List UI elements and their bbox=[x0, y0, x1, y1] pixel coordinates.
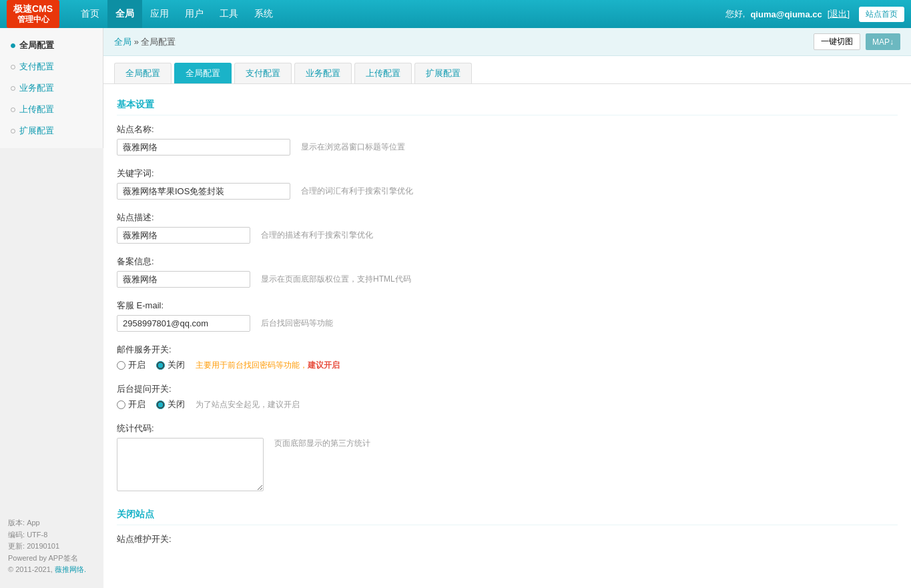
keywords-group: 关键字词: 合理的词汇有利于搜索引擎优化 bbox=[117, 168, 898, 200]
tab-bar: 全局配置 全局配置 支付配置 业务配置 上传配置 扩展配置 bbox=[103, 56, 911, 84]
sidebar-item-extension[interactable]: 扩展配置 bbox=[0, 120, 103, 141]
basic-settings-title: 基本设置 bbox=[117, 95, 898, 115]
logo: 极速CMS 管理中心 bbox=[7, 0, 59, 28]
mail-service-label: 邮件服务开关: bbox=[117, 344, 898, 356]
top-right: 您好, qiuma@qiuma.cc [退出] 站点首页 bbox=[725, 7, 904, 22]
sidebar-footer: 版本: App 编码: UTF-8 更新: 20190101 Powered b… bbox=[0, 512, 103, 581]
sidebar-dot-upload bbox=[11, 107, 15, 112]
beian-input[interactable] bbox=[117, 271, 250, 288]
site-home-button[interactable]: 站点首页 bbox=[859, 7, 904, 22]
breadcrumb: 全局 » 全局配置 bbox=[114, 36, 176, 48]
tab-upload-config[interactable]: 上传配置 bbox=[354, 63, 412, 83]
update-label: 更新: bbox=[8, 542, 25, 550]
breadcrumb-root[interactable]: 全局 bbox=[114, 37, 131, 47]
sidebar-item-global[interactable]: 全局配置 bbox=[0, 35, 103, 56]
breadcrumb-separator: » bbox=[134, 37, 141, 47]
yijian-button[interactable]: 一键切图 bbox=[814, 33, 860, 50]
logo-line2: 管理中心 bbox=[17, 15, 49, 25]
mail-open-label: 开启 bbox=[128, 359, 145, 371]
email-input[interactable] bbox=[117, 315, 250, 332]
description-input[interactable] bbox=[117, 227, 250, 244]
sidebar-dot-business bbox=[11, 86, 15, 91]
email-group: 客服 E-mail: 后台找回密码等功能 bbox=[117, 300, 898, 332]
username: qiuma@qiuma.cc bbox=[750, 9, 822, 19]
site-name-row: 显示在浏览器窗口标题等位置 bbox=[117, 139, 898, 156]
email-hint: 后台找回密码等功能 bbox=[261, 318, 333, 329]
nav-links: 首页 全局 应用 用户 工具 系统 bbox=[73, 0, 281, 28]
tab-global-config-1[interactable]: 全局配置 bbox=[114, 63, 172, 83]
backend-close-input[interactable] bbox=[156, 400, 165, 409]
sidebar-item-business[interactable]: 业务配置 bbox=[0, 77, 103, 99]
beian-label: 备案信息: bbox=[117, 256, 898, 268]
mail-radio-group: 开启 关闭 bbox=[117, 359, 185, 371]
nav-tools[interactable]: 工具 bbox=[212, 0, 246, 28]
backend-open-label: 开启 bbox=[128, 398, 145, 410]
sidebar-dot-global bbox=[11, 43, 15, 48]
sidebar-label-business: 业务配置 bbox=[19, 82, 54, 94]
site-maintain-label: 站点维护开关: bbox=[117, 533, 898, 545]
sidebar-item-upload[interactable]: 上传配置 bbox=[0, 99, 103, 120]
email-label: 客服 E-mail: bbox=[117, 300, 898, 312]
mail-open-radio[interactable]: 开启 bbox=[117, 359, 145, 371]
mail-open-input[interactable] bbox=[117, 361, 125, 370]
backend-open-radio[interactable]: 开启 bbox=[117, 398, 145, 410]
backend-close-radio[interactable]: 关闭 bbox=[156, 398, 185, 410]
stats-row: 页面底部显示的第三方统计 bbox=[117, 438, 898, 491]
tab-business-config[interactable]: 业务配置 bbox=[294, 63, 352, 83]
main-content: 基本设置 站点名称: 显示在浏览器窗口标题等位置 关键字词: 合理的词汇有利于搜… bbox=[103, 84, 911, 588]
sidebar-label-extension: 扩展配置 bbox=[19, 125, 54, 137]
version-value: App bbox=[27, 519, 40, 527]
backend-close-label: 关闭 bbox=[168, 398, 185, 410]
stats-label: 统计代码: bbox=[117, 422, 898, 434]
nav-global[interactable]: 全局 bbox=[107, 0, 142, 28]
beian-hint: 显示在页面底部版权位置，支持HTML代码 bbox=[261, 274, 411, 285]
site-maintain-group: 站点维护开关: bbox=[117, 533, 898, 545]
backend-tip-label: 后台提问开关: bbox=[117, 383, 898, 395]
stats-hint: 页面底部显示的第三方统计 bbox=[274, 438, 370, 449]
sidebar-label-global: 全局配置 bbox=[19, 39, 54, 51]
copyright: © 2011-2021, 薇推网络. bbox=[8, 564, 95, 576]
breadcrumb-actions: 一键切图 MAP↓ bbox=[814, 33, 900, 50]
breadcrumb-bar: 全局 » 全局配置 一键切图 MAP↓ bbox=[103, 28, 911, 56]
copyright-link[interactable]: 薇推网络. bbox=[55, 565, 86, 573]
map-button[interactable]: MAP↓ bbox=[866, 33, 900, 50]
sidebar-item-payment[interactable]: 支付配置 bbox=[0, 56, 103, 77]
stats-textarea[interactable] bbox=[117, 438, 264, 491]
keywords-row: 合理的词汇有利于搜索引擎优化 bbox=[117, 183, 898, 200]
site-name-group: 站点名称: 显示在浏览器窗口标题等位置 bbox=[117, 123, 898, 156]
backend-open-input[interactable] bbox=[117, 400, 125, 409]
logo-line1: 极速CMS bbox=[13, 3, 53, 15]
update-value: 20190101 bbox=[27, 542, 59, 550]
encoding-value: UTF-8 bbox=[27, 531, 47, 539]
layout: 全局配置 支付配置 业务配置 上传配置 扩展配置 版本: App 编码: UTF… bbox=[0, 28, 911, 588]
description-label: 站点描述: bbox=[117, 212, 898, 224]
description-group: 站点描述: 合理的描述有利于搜索引擎优化 bbox=[117, 212, 898, 244]
right-panel: 全局 » 全局配置 一键切图 MAP↓ 全局配置 全局配置 支付配置 业务配置 … bbox=[103, 28, 911, 588]
tab-extension-config[interactable]: 扩展配置 bbox=[414, 63, 472, 83]
nav-home[interactable]: 首页 bbox=[73, 0, 107, 28]
sidebar-dot-extension bbox=[11, 129, 15, 133]
backend-radio-group: 开启 关闭 bbox=[117, 398, 185, 410]
beian-row: 显示在页面底部版权位置，支持HTML代码 bbox=[117, 271, 898, 288]
form-area: 基本设置 站点名称: 显示在浏览器窗口标题等位置 关键字词: 合理的词汇有利于搜… bbox=[103, 84, 911, 568]
site-name-input[interactable] bbox=[117, 139, 290, 156]
powered-by: Powered by APP签名 bbox=[8, 553, 95, 565]
keywords-input[interactable] bbox=[117, 183, 290, 200]
site-name-hint: 显示在浏览器窗口标题等位置 bbox=[301, 141, 405, 153]
mail-hint: 主要用于前台找回密码等功能，建议开启 bbox=[196, 360, 340, 371]
nav-app[interactable]: 应用 bbox=[142, 0, 177, 28]
greeting: 您好, bbox=[725, 8, 745, 20]
tab-global-config-2[interactable]: 全局配置 bbox=[174, 63, 232, 83]
mail-close-input[interactable] bbox=[156, 361, 165, 370]
sidebar-label-payment: 支付配置 bbox=[19, 61, 54, 73]
beian-group: 备案信息: 显示在页面底部版权位置，支持HTML代码 bbox=[117, 256, 898, 288]
sidebar-wrapper: 全局配置 支付配置 业务配置 上传配置 扩展配置 版本: App 编码: UTF… bbox=[0, 28, 103, 588]
description-hint: 合理的描述有利于搜索引擎优化 bbox=[261, 230, 373, 241]
description-row: 合理的描述有利于搜索引擎优化 bbox=[117, 227, 898, 244]
encoding-label: 编码: bbox=[8, 531, 25, 539]
logout-button[interactable]: [退出] bbox=[828, 8, 850, 20]
nav-system[interactable]: 系统 bbox=[246, 0, 281, 28]
mail-close-radio[interactable]: 关闭 bbox=[156, 359, 185, 371]
tab-payment-config[interactable]: 支付配置 bbox=[234, 63, 292, 83]
nav-user[interactable]: 用户 bbox=[177, 0, 212, 28]
